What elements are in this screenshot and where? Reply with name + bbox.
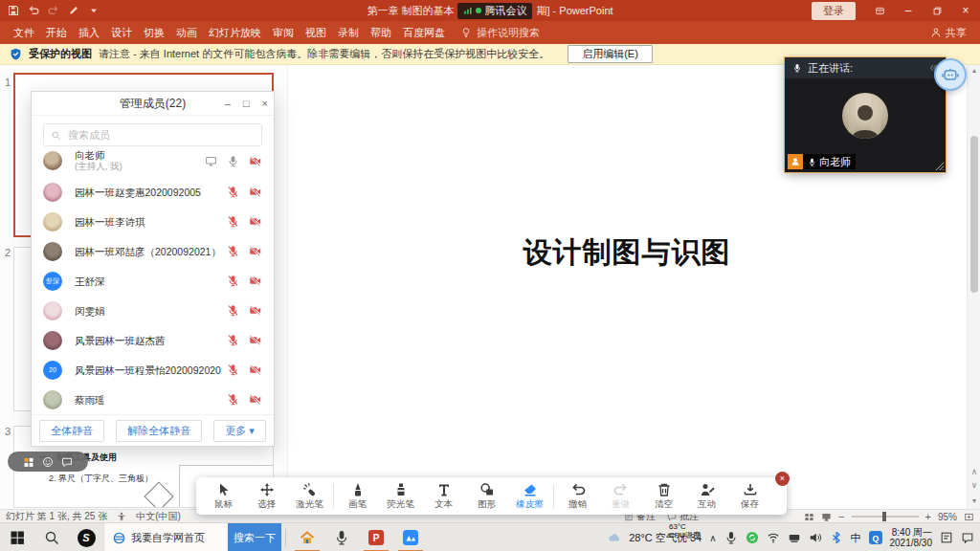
tool-eraser[interactable]: 橡皮擦: [508, 482, 551, 511]
toolbar-close-icon[interactable]: ×: [775, 472, 790, 486]
mic-off-icon[interactable]: [227, 275, 239, 287]
taskbar-app-home[interactable]: [290, 523, 324, 551]
meeting-video-overlay[interactable]: 正在讲话: 向老师: [785, 57, 946, 172]
weather-icon[interactable]: [608, 531, 621, 544]
more-button[interactable]: 更多▾: [213, 420, 266, 442]
camera-off-icon[interactable]: [249, 304, 261, 317]
camera-off-icon[interactable]: [249, 275, 261, 287]
mic-icon[interactable]: [227, 155, 239, 167]
start-button[interactable]: [0, 523, 34, 551]
zoom-level[interactable]: 95%: [938, 512, 957, 522]
ribbon-tab-7[interactable]: 审阅: [267, 21, 300, 44]
member-row[interactable]: 闵雯娟: [32, 296, 274, 325]
camera-off-icon[interactable]: [249, 215, 261, 228]
tell-me-search[interactable]: 操作说明搜索: [460, 26, 540, 40]
notes-tray-icon[interactable]: [940, 531, 953, 544]
ribbon-tab-0[interactable]: 文件: [8, 21, 40, 44]
sync-app-icon[interactable]: [746, 531, 759, 544]
camera-off-icon[interactable]: [249, 186, 261, 198]
mic-off-icon[interactable]: [227, 393, 239, 406]
meeting-floating-badge[interactable]: 腾讯会议: [457, 3, 532, 19]
ribbon-tab-8[interactable]: 视图: [300, 21, 332, 44]
member-search-box[interactable]: [43, 123, 262, 146]
tool-pen[interactable]: 画笔: [336, 482, 379, 511]
mic-off-icon[interactable]: [227, 215, 239, 228]
mic-off-icon[interactable]: [227, 334, 239, 346]
camera-off-icon[interactable]: [249, 334, 261, 346]
ribbon-tab-4[interactable]: 切换: [138, 21, 170, 44]
member-row[interactable]: 向老师(主持人, 我): [32, 144, 274, 177]
taskbar-app-recorder[interactable]: [324, 523, 359, 551]
tool-redo[interactable]: 重做: [599, 482, 642, 511]
vertical-scrollbar[interactable]: ▴ ∧ ∨ ▾: [967, 65, 980, 509]
ie-search-widget[interactable]: 我要自学网首页 搜索一下: [103, 523, 281, 551]
tool-highlighter[interactable]: 荧光笔: [379, 482, 422, 511]
tool-laser[interactable]: 激光笔: [288, 482, 331, 511]
resize-grip-icon[interactable]: [934, 161, 945, 171]
speaker-icon[interactable]: [809, 531, 822, 544]
ribbon-tab-11[interactable]: 百度网盘: [397, 21, 451, 44]
tool-cursor[interactable]: 鼠标: [202, 482, 245, 511]
enable-editing-button[interactable]: 启用编辑(E): [568, 45, 653, 63]
unmute-all-button[interactable]: 解除全体静音: [116, 420, 202, 442]
undo-icon[interactable]: [28, 5, 39, 16]
ribbon-tab-3[interactable]: 设计: [105, 21, 138, 44]
scroll-up-icon[interactable]: ▴: [968, 66, 980, 75]
tray-mic-icon[interactable]: [724, 531, 738, 544]
login-button[interactable]: 登录: [812, 2, 856, 20]
minimize-button[interactable]: –: [894, 0, 923, 21]
taskbar-app-powerpoint[interactable]: P: [359, 523, 393, 551]
taskbar-app-meeting[interactable]: [393, 523, 428, 551]
screenshare-icon[interactable]: [205, 155, 217, 167]
save-icon[interactable]: [8, 5, 19, 16]
mic-off-icon[interactable]: [227, 245, 239, 257]
q-app-icon[interactable]: Q: [869, 531, 882, 544]
panel-minimize-icon[interactable]: –: [225, 98, 231, 109]
panel-maximize-icon[interactable]: □: [243, 98, 250, 109]
tool-savearrow[interactable]: 保存: [728, 482, 771, 511]
ribbon-tab-5[interactable]: 动画: [170, 21, 203, 44]
previous-slide-icon[interactable]: ∧: [968, 467, 980, 476]
tool-undo[interactable]: 撤销: [556, 482, 599, 511]
camera-off-icon[interactable]: [249, 155, 261, 167]
projector-icon[interactable]: [788, 531, 801, 544]
mute-all-button[interactable]: 全体静音: [39, 420, 104, 442]
mic-off-icon[interactable]: [227, 304, 239, 317]
close-button[interactable]: ×: [951, 0, 980, 21]
camera-off-icon[interactable]: [249, 245, 261, 257]
meeting-assistant-button[interactable]: [934, 58, 967, 91]
member-panel-header[interactable]: 管理成员(22) – □ ×: [32, 92, 274, 116]
accessibility-icon[interactable]: [117, 512, 126, 521]
smiley-icon[interactable]: [42, 456, 54, 468]
layout-grid-icon[interactable]: [23, 456, 34, 468]
slideshow-view-icon[interactable]: [821, 512, 832, 522]
zoom-slider-thumb[interactable]: [882, 512, 886, 521]
member-row[interactable]: 20风景园林一班程景怡2020092020: [32, 355, 274, 385]
camera-off-icon[interactable]: [249, 364, 261, 376]
chat-icon[interactable]: [61, 456, 73, 468]
language-status[interactable]: 中文(中国): [136, 510, 181, 523]
clock[interactable]: 8:40 周一 2021/8/30: [890, 527, 933, 548]
member-row[interactable]: 园林一班赵雯惠2020092005: [32, 177, 274, 207]
ime-indicator[interactable]: 中: [851, 531, 861, 545]
slide-sorter-view-icon[interactable]: [804, 512, 814, 522]
member-row[interactable]: 园林一班邓喆彦（2020092021）: [32, 236, 274, 266]
tool-interact[interactable]: 互动: [685, 482, 728, 511]
member-row[interactable]: 风景园林一班赵杰茜: [32, 325, 274, 355]
ribbon-tab-2[interactable]: 插入: [73, 21, 105, 44]
mic-off-icon[interactable]: [227, 186, 239, 198]
redo-icon[interactable]: [48, 5, 59, 16]
share-button[interactable]: 共享: [930, 26, 980, 40]
fit-slide-icon[interactable]: [964, 512, 974, 522]
bluetooth-icon[interactable]: [830, 531, 843, 544]
restore-button[interactable]: [923, 0, 951, 21]
ie-search-button[interactable]: 搜索一下: [228, 523, 281, 551]
taskbar-app-s[interactable]: S: [69, 523, 103, 551]
member-row[interactable]: 蔡雨瑶: [32, 385, 274, 414]
hidden-icons-chevron[interactable]: ∧: [709, 533, 716, 543]
zoom-slider[interactable]: [852, 516, 919, 518]
pen-mode-icon[interactable]: [68, 5, 79, 16]
tool-text[interactable]: 文本: [422, 482, 465, 511]
member-row[interactable]: 舒深王舒深: [32, 266, 274, 296]
camera-off-icon[interactable]: [249, 393, 261, 406]
